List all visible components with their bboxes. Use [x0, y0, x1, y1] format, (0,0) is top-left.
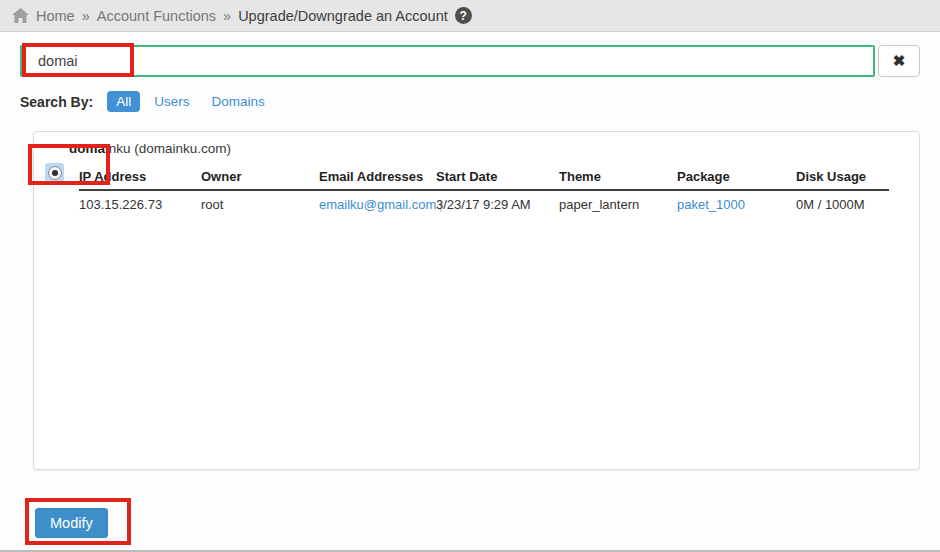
breadcrumb-separator: »	[223, 8, 231, 24]
account-table: IP Address Owner Email Addresses Start D…	[79, 167, 889, 214]
email-link[interactable]: emailku@gmail.com	[319, 197, 436, 212]
filter-domains[interactable]: Domains	[211, 94, 264, 109]
col-disk-usage: Disk Usage	[796, 167, 889, 189]
radio-dot	[52, 170, 58, 176]
cell-start-date: 3/23/17 9:29 AM	[436, 191, 559, 214]
cell-email: emailku@gmail.com|	[319, 191, 436, 214]
home-icon	[12, 8, 29, 23]
col-start-date: Start Date	[436, 167, 559, 189]
radio-ring	[48, 166, 62, 180]
col-ip-address: IP Address	[79, 167, 201, 189]
account-heading: domainku (domainku.com)	[34, 132, 919, 156]
breadcrumb-current-page: Upgrade/Downgrade an Account	[238, 8, 448, 24]
search-row: ✖	[20, 45, 920, 77]
col-theme: Theme	[559, 167, 677, 189]
package-link[interactable]: paket_1000	[677, 197, 745, 212]
breadcrumb-section-link[interactable]: Account Functions	[97, 8, 216, 24]
table-row: 103.15.226.73 root emailku@gmail.com| 3/…	[79, 191, 889, 214]
account-heading-match: domai	[69, 141, 109, 156]
col-package: Package	[677, 167, 796, 189]
search-by-label: Search By:	[20, 94, 93, 110]
breadcrumb-home-link[interactable]: Home	[36, 8, 75, 24]
help-icon[interactable]: ?	[455, 7, 472, 24]
col-email-addresses: Email Addresses	[319, 167, 436, 189]
breadcrumb: Home » Account Functions » Upgrade/Downg…	[0, 0, 940, 32]
clear-search-button[interactable]: ✖	[878, 45, 920, 77]
search-by-row: Search By: All Users Domains	[20, 91, 287, 112]
cell-owner: root	[201, 191, 319, 214]
modify-button[interactable]: Modify	[35, 508, 108, 538]
account-heading-rest: nku (domainku.com)	[109, 141, 231, 156]
account-select-radio[interactable]	[45, 163, 64, 182]
clear-icon: ✖	[893, 52, 906, 70]
filter-users[interactable]: Users	[154, 94, 189, 109]
cell-package: paket_1000	[677, 191, 796, 214]
breadcrumb-separator: »	[82, 8, 90, 24]
whm-upgrade-downgrade-page: Home » Account Functions » Upgrade/Downg…	[0, 0, 940, 552]
cell-disk-usage: 0M / 1000M	[796, 191, 889, 214]
cell-ip-address: 103.15.226.73	[79, 191, 201, 214]
account-search-input[interactable]	[20, 45, 875, 77]
cell-theme: paper_lantern	[559, 191, 677, 214]
table-header-row: IP Address Owner Email Addresses Start D…	[79, 167, 889, 191]
filter-all[interactable]: All	[107, 91, 140, 112]
results-panel: domainku (domainku.com) IP Address Owner…	[33, 131, 920, 470]
col-owner: Owner	[201, 167, 319, 189]
